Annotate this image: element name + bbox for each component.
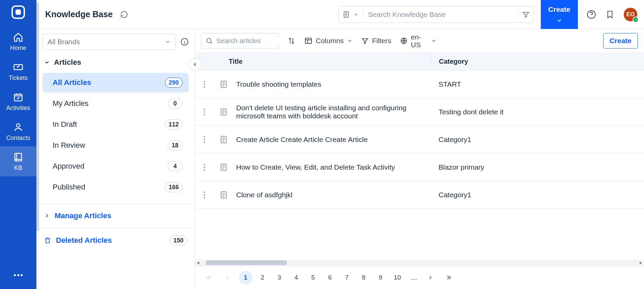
table-row[interactable]: Create Article Create Article Create Art… [195,126,644,153]
sidebar-item-label: In Review [53,141,85,150]
nav-item-home[interactable]: Home [0,26,36,56]
nav-rail: Home Tickets Activities Contacts KB [0,0,36,289]
app-logo [10,4,26,20]
articles-section-toggle[interactable]: Articles [43,55,189,70]
row-category: Category1 [431,185,644,204]
article-icon [343,11,350,18]
refresh-button[interactable] [120,10,128,19]
sidebar-item[interactable]: In Review18 [43,136,189,155]
manage-articles-link[interactable]: Manage Articles [43,209,189,222]
sidebar-item[interactable]: My Articles0 [43,94,189,113]
columns-icon [304,37,312,45]
section-label: Articles [54,58,81,67]
header: Knowledge Base Create [36,0,644,29]
sidebar-item[interactable]: All Articles290 [43,73,189,92]
sidebar-item-count: 18 [168,140,183,150]
create-label: Create [548,5,570,13]
article-icon [214,191,234,199]
sidebar-item[interactable]: Approved4 [43,156,189,176]
global-search [338,6,534,23]
page-number[interactable]: 5 [306,271,320,284]
page-number[interactable]: 9 [374,271,387,284]
scroll-right-arrow[interactable]: ► [638,260,644,265]
scroll-left-arrow[interactable]: ◄ [195,260,201,265]
create-button[interactable]: Create [541,0,578,29]
nav-label: Tickets [9,75,28,82]
collapse-sidebar-button[interactable] [189,58,201,71]
row-menu-button[interactable] [195,81,214,88]
bookmark-button[interactable] [606,10,614,19]
article-icon [214,163,234,172]
trash-icon [44,237,51,244]
horizontal-scrollbar[interactable]: ◄ ► [195,260,644,266]
svg-point-29 [204,169,205,170]
avatar-initials: EO [626,11,635,18]
create2-label: Create [610,37,632,45]
nav-item-kb[interactable]: KB [0,146,36,176]
nav-more[interactable] [0,268,36,282]
info-button[interactable] [180,38,189,46]
table-row[interactable]: How to Create, View, Edit, and Delete Ta… [195,153,644,181]
nav-label: KB [14,165,22,172]
table-row[interactable]: Don't delete UI testing article installi… [195,98,644,126]
row-category: Testing dont delete it [431,103,644,121]
table-header: Title Category [195,53,644,70]
help-button[interactable] [587,10,596,19]
book-icon [13,152,24,163]
columns-button[interactable]: Columns [304,37,353,45]
table-row[interactable]: Trouble shooting templates START [195,70,644,98]
locale-button[interactable]: en-US [400,33,437,49]
table-row[interactable]: Clone of asdfghjkl Category1 [195,181,644,209]
sidebar-item-count: 290 [165,78,183,88]
row-title: Don't delete UI testing article installi… [234,98,431,125]
search-filter-button[interactable] [518,11,530,18]
brand-select[interactable]: All Brands [43,34,176,50]
sidebar-item[interactable]: In Draft112 [43,115,189,134]
svg-point-27 [204,164,205,165]
row-menu-button[interactable] [195,108,214,116]
page-number[interactable]: 3 [273,271,286,284]
page-number[interactable]: 10 [391,271,404,284]
sidebar-item-label: Published [53,183,85,192]
page-number[interactable]: 2 [256,271,269,284]
th-category[interactable]: Category [431,53,644,70]
nav-item-contacts[interactable]: Contacts [0,116,36,146]
sort-button[interactable] [287,37,296,45]
svg-point-21 [204,114,205,115]
brand-select-value: All Brands [48,38,80,46]
page-number[interactable]: 6 [323,271,337,284]
page-next[interactable] [424,271,437,284]
deleted-articles-link[interactable]: Deleted Articles 150 [43,233,189,248]
hscroll-thumb[interactable] [206,260,287,265]
row-category: START [431,75,644,94]
row-menu-button[interactable] [195,136,214,143]
nav-item-activities[interactable]: Activities [0,86,36,116]
sidebar-item[interactable]: Published166 [43,177,189,197]
chevron-right-icon [44,213,50,219]
avatar[interactable]: EO [624,8,637,21]
filters-button[interactable]: Filters [361,37,391,45]
page-number[interactable]: 4 [289,271,303,284]
page-number[interactable]: 1 [239,271,252,284]
chevron-down-icon [431,38,437,44]
page-prev[interactable] [221,271,234,284]
page-last[interactable] [442,271,455,284]
th-title[interactable]: Title [195,53,431,70]
row-menu-button[interactable] [195,191,214,199]
sidebar-item-count: 0 [168,98,183,109]
nav-item-tickets[interactable]: Tickets [0,56,36,86]
create-article-button[interactable]: Create [603,33,638,49]
page-first[interactable] [202,271,216,284]
row-menu-button[interactable] [195,164,214,171]
sidebar: All Brands Articles All Articles290My Ar… [36,29,195,289]
svg-point-33 [204,197,205,198]
sidebar-item-count: 166 [165,182,183,192]
page-number[interactable]: 8 [357,271,370,284]
search-type-dropdown[interactable] [343,11,363,18]
global-search-input[interactable] [363,10,518,19]
svg-point-17 [204,86,205,87]
page-ellipsis[interactable]: ... [409,273,419,282]
status-badge [633,17,639,23]
page-number[interactable]: 7 [340,271,354,284]
pagination: 12345678910 ... [195,266,644,289]
